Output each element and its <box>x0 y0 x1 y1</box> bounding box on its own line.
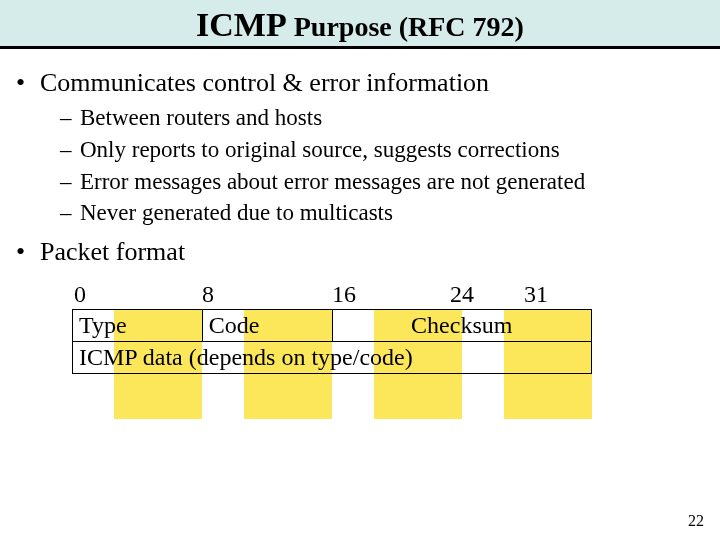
field-data: ICMP data (depends on type/code) <box>73 342 592 374</box>
packet-format: 0 8 16 24 31 Type Code Chec <box>72 281 592 374</box>
packet-table: Type Code Checksum ICMP data (depends on… <box>72 309 592 374</box>
title-strong: ICMP <box>196 6 287 43</box>
content: Communicates control & error information… <box>0 49 720 374</box>
tick-label: 8 <box>202 281 214 308</box>
tick-label: 0 <box>74 281 86 308</box>
field-type: Type <box>73 310 203 342</box>
bullet-item: Packet format <box>12 236 708 267</box>
tick-label: 24 <box>450 281 474 308</box>
bullet-item: Communicates control & error information… <box>12 67 708 228</box>
bullet-list: Communicates control & error information… <box>12 67 708 267</box>
field-code: Code <box>202 310 332 342</box>
slide: ICMP Purpose (RFC 792) Communicates cont… <box>0 0 720 540</box>
tick-label: 16 <box>332 281 356 308</box>
bit-ruler: 0 8 16 24 31 <box>72 281 592 309</box>
sub-item: Between routers and hosts <box>60 104 708 133</box>
title-bar: ICMP Purpose (RFC 792) <box>0 0 720 49</box>
table-row: ICMP data (depends on type/code) <box>73 342 592 374</box>
sub-item: Never generated due to multicasts <box>60 199 708 228</box>
sub-item: Only reports to original source, suggest… <box>60 136 708 165</box>
tick-label: 31 <box>524 281 548 308</box>
title-rest: Purpose (RFC 792) <box>287 11 524 42</box>
field-checksum: Checksum <box>332 310 592 342</box>
page-number: 22 <box>688 512 704 530</box>
table-row: Type Code Checksum <box>73 310 592 342</box>
bullet-text: Communicates control & error information <box>40 68 489 97</box>
bullet-text: Packet format <box>40 237 185 266</box>
sub-item: Error messages about error messages are … <box>60 168 708 197</box>
sub-list: Between routers and hosts Only reports t… <box>60 104 708 228</box>
